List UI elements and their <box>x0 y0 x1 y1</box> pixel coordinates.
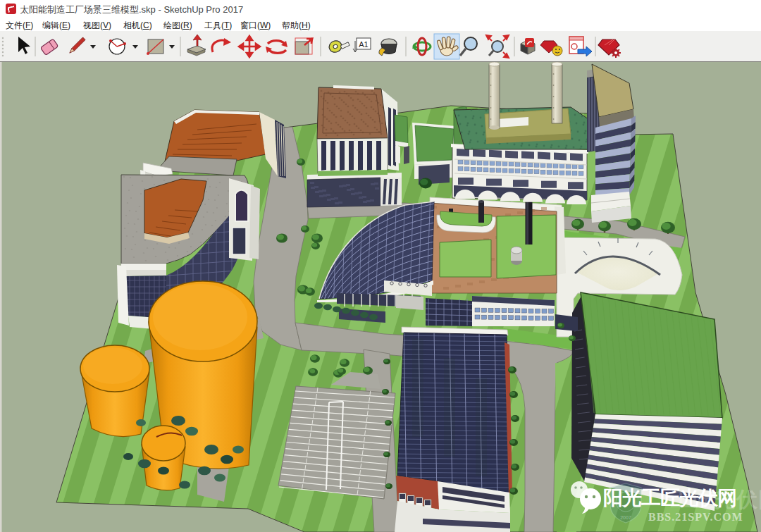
svg-text:A1: A1 <box>359 40 368 49</box>
svg-text:BBS.21SPV.COM: BBS.21SPV.COM <box>648 511 743 523</box>
svg-text:2007: 2007 <box>620 515 631 520</box>
svg-text:阳光工匠光伏网: 阳光工匠光伏网 <box>603 487 736 509</box>
